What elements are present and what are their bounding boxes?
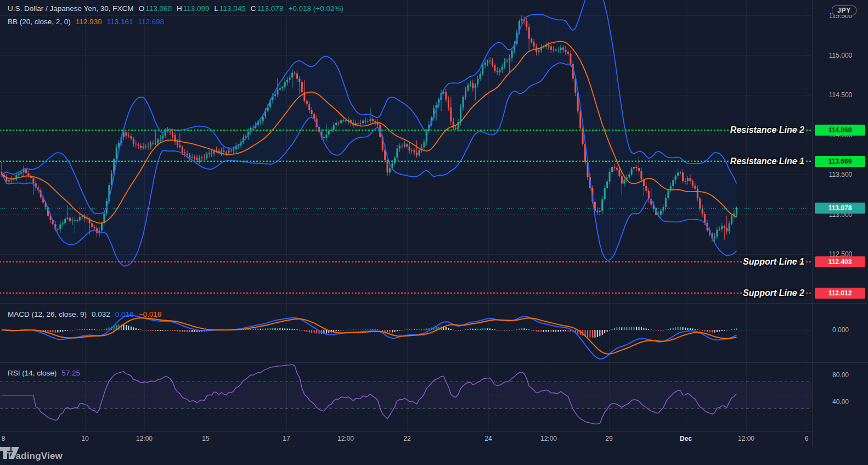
macd-signal-value: −0.016 xyxy=(139,310,162,318)
time-axis-label: 29 xyxy=(605,432,612,446)
time-axis-label: 10 xyxy=(81,432,88,446)
time-axis-label: 15 xyxy=(202,432,209,446)
time-axis-label: 17 xyxy=(283,432,290,446)
time-axis-label: 12:00 xyxy=(540,432,557,446)
tradingview-logo-icon[interactable] xyxy=(0,446,20,460)
rsi-pane xyxy=(0,365,812,424)
close-letter: C xyxy=(251,4,256,13)
rsi-axis-label: 80.00 xyxy=(813,371,868,379)
rsi-legend: RSI (14, close) 57.25 xyxy=(8,369,80,377)
macd-axis-label: 0.000 xyxy=(813,326,868,334)
time-axis[interactable]: 81012:00151712:00222412:0029Dec12:006 xyxy=(0,431,812,446)
time-axis-label: 12:00 xyxy=(337,432,354,446)
change-value: +0.018 (+0.02%) xyxy=(288,4,343,13)
bottom-strip: TradingView xyxy=(0,446,868,465)
macd-pane xyxy=(1,315,737,359)
close-value: 113.078 xyxy=(257,4,284,13)
price-tag: 114.060 xyxy=(815,125,865,136)
pane-separator-macd xyxy=(0,303,868,304)
bb-upper-value: 113.161 xyxy=(107,18,133,26)
bb-legend: BB (20, close, 2, 0) 112.930 113.161 112… xyxy=(8,18,164,26)
high-value: 113.099 xyxy=(183,4,210,13)
bb-legend-label[interactable]: BB (20, close, 2, 0) xyxy=(8,18,71,26)
time-axis-label: 12:00 xyxy=(136,432,153,446)
price-axis-label: 113.500 xyxy=(813,170,868,179)
price-tag: 112.012 xyxy=(815,288,865,299)
level-label-support-line-1[interactable]: Support Line 1 xyxy=(743,256,804,268)
high-letter: H xyxy=(177,4,182,13)
time-axis-label: 6 xyxy=(805,432,809,446)
macd-legend-label[interactable]: MACD (12, 26, close, 9) xyxy=(8,310,87,318)
bb-basis-value: 112.930 xyxy=(76,18,102,26)
chart-canvas[interactable] xyxy=(0,0,868,446)
main-pane xyxy=(0,0,812,293)
low-letter: L xyxy=(215,4,219,13)
symbol-title[interactable]: U.S. Dollar / Japanese Yen, 30, FXCM xyxy=(8,4,134,13)
level-label-resistance-line-1[interactable]: Resistance Line 1 xyxy=(730,155,804,167)
level-label-resistance-line-2[interactable]: Resistance Line 2 xyxy=(730,124,804,136)
tradingview-chart-window: U.S. Dollar / Japanese Yen, 30, FXCM O 1… xyxy=(0,0,868,465)
price-axis-label: 114.500 xyxy=(813,91,868,99)
rsi-axis-label: 40.00 xyxy=(813,397,868,406)
open-value: 113.060 xyxy=(145,4,172,13)
price-tag: 113.669 xyxy=(815,156,865,167)
bb-lower-value: 112.698 xyxy=(138,18,164,26)
price-axis[interactable]: 112.500113.000113.500114.000114.500115.0… xyxy=(812,0,868,446)
macd-legend: MACD (12, 26, close, 9) 0.032 0.016 −0.0… xyxy=(8,310,161,318)
rsi-value: 57.25 xyxy=(61,369,80,377)
ohlc-close: C 113.078 xyxy=(251,4,284,13)
pane-separator-rsi xyxy=(0,362,868,363)
ohlc-low: L 113.045 xyxy=(215,4,246,13)
price-tag: 112.403 xyxy=(815,256,865,267)
main-legend: U.S. Dollar / Japanese Yen, 30, FXCM O 1… xyxy=(8,4,343,13)
time-axis-label: 24 xyxy=(484,432,492,446)
open-letter: O xyxy=(139,4,145,13)
macd-line-value: 0.016 xyxy=(115,310,134,318)
tradingview-watermark[interactable]: TradingView xyxy=(7,451,63,462)
level-label-support-line-2[interactable]: Support Line 2 xyxy=(743,287,804,299)
ohlc-high: H 113.099 xyxy=(177,4,210,13)
rsi-legend-label[interactable]: RSI (14, close) xyxy=(8,369,57,377)
time-axis-label: 8 xyxy=(2,432,5,446)
low-value: 113.045 xyxy=(219,4,246,13)
currency-badge[interactable]: JPY xyxy=(832,5,856,15)
ohlc-open: O 113.060 xyxy=(139,4,172,13)
time-axis-label: Dec xyxy=(680,432,692,446)
price-tag: 113.078 xyxy=(815,203,865,214)
price-axis-label: 115.000 xyxy=(813,51,868,60)
time-axis-label: 22 xyxy=(403,432,410,446)
time-axis-label: 12:00 xyxy=(738,432,754,446)
macd-hist-value: 0.032 xyxy=(92,310,110,318)
